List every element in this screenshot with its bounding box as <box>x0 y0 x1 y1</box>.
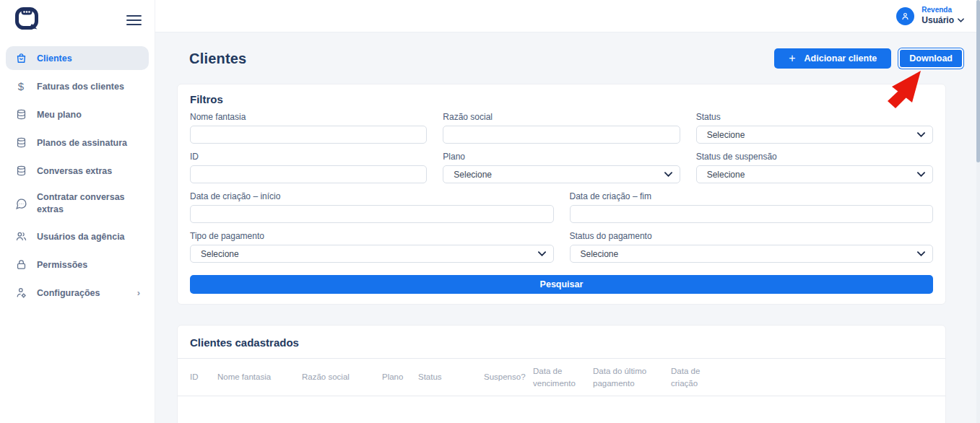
chat-bubble-icon <box>14 197 27 210</box>
sidebar-item-contratar-conversas-extras[interactable]: Contratar conversas extras <box>6 187 149 220</box>
bag-icon <box>14 52 27 65</box>
clients-table-card: Clientes cadastrados ID Nome fantasia Ra… <box>177 325 946 423</box>
chevron-down-icon <box>664 172 672 177</box>
filter-field-status-suspensao: Status de suspensão Selecione <box>696 152 933 183</box>
id-input[interactable] <box>190 165 427 183</box>
razao-social-input[interactable] <box>443 126 680 144</box>
status-select[interactable]: Selecione <box>696 126 933 144</box>
chevron-down-icon <box>917 172 925 177</box>
chevron-down-icon <box>538 251 546 256</box>
sidebar-item-meu-plano[interactable]: Meu plano <box>6 103 149 126</box>
scrollbar-thumb[interactable] <box>976 0 980 162</box>
filter-field-status-pagamento: Status do pagamento Selecione <box>570 231 934 263</box>
filter-field-nome-fantasia: Nome fantasia <box>190 112 427 144</box>
select-value: Selecione <box>454 170 492 180</box>
sidebar-item-label: Usuários da agência <box>37 232 140 242</box>
main-area: Revenda Usuário Clientes + Adicionar cli… <box>155 0 980 423</box>
select-value: Selecione <box>201 249 239 259</box>
add-client-button[interactable]: + Adicionar cliente <box>774 48 891 69</box>
field-label: Tipo de pagamento <box>190 231 554 241</box>
lock-icon <box>14 258 27 271</box>
users-icon <box>14 230 27 243</box>
user-avatar <box>896 7 914 25</box>
topbar: Revenda Usuário <box>155 0 980 32</box>
page-header: Clientes + Adicionar cliente Download <box>189 48 963 69</box>
chevron-right-icon: › <box>137 287 140 298</box>
user-menu[interactable]: Revenda Usuário <box>896 6 964 26</box>
page-title: Clientes <box>189 51 246 67</box>
sidebar-item-planos-de-assinatura[interactable]: Planos de assinatura <box>6 131 149 154</box>
chevron-down-icon <box>958 18 964 22</box>
sidebar-nav: Clientes $ Faturas dos clientes Meu plan… <box>0 38 155 309</box>
field-label: Razão social <box>443 112 680 122</box>
field-label: Nome fantasia <box>190 112 427 122</box>
select-value: Selecione <box>581 249 619 259</box>
nome-fantasia-input[interactable] <box>190 126 427 144</box>
column-header-suspenso: Suspenso? <box>484 371 533 383</box>
column-header-data-vencimento: Data de vencimento <box>533 365 593 389</box>
field-label: ID <box>190 152 427 162</box>
sidebar-item-clientes[interactable]: Clientes <box>6 46 149 70</box>
sidebar-item-label: Permissões <box>37 260 140 270</box>
filter-field-status: Status Selecione <box>696 112 933 144</box>
menu-hamburger-icon[interactable] <box>126 12 142 28</box>
data-criacao-inicio-input[interactable] <box>190 205 554 223</box>
table-header-row: ID Nome fantasia Razão social Plano Stat… <box>178 358 945 396</box>
field-label: Status de suspensão <box>696 152 933 162</box>
filters-title: Filtros <box>190 93 933 105</box>
filter-field-id: ID <box>190 152 427 183</box>
chevron-down-icon <box>917 251 925 256</box>
sidebar-item-configuracoes[interactable]: Configurações › <box>6 281 149 305</box>
filter-field-data-criacao-inicio: Data de criação – início <box>190 191 554 223</box>
filter-field-razao-social: Razão social <box>443 112 680 144</box>
field-label: Status do pagamento <box>570 231 934 241</box>
dollar-icon: $ <box>14 80 27 93</box>
select-value: Selecione <box>707 130 745 140</box>
sidebar-item-permissoes[interactable]: Permissões <box>6 253 149 276</box>
plus-icon: + <box>789 53 795 64</box>
add-client-label: Adicionar cliente <box>805 53 877 64</box>
field-label: Data de criação – fim <box>570 191 934 201</box>
sidebar-item-label: Faturas dos clientes <box>37 82 140 92</box>
column-header-plano: Plano <box>382 371 418 383</box>
sidebar-item-usuarios-da-agencia[interactable]: Usuários da agência <box>6 224 149 248</box>
vertical-scrollbar[interactable] <box>976 0 980 423</box>
sidebar-item-label: Conversas extras <box>37 166 140 176</box>
filters-card: Filtros Nome fantasia Razão social Statu… <box>177 84 946 305</box>
user-name-label: Usuário <box>922 15 954 26</box>
sidebar-item-label: Configurações <box>37 288 128 298</box>
search-button[interactable]: Pesquisar <box>190 275 933 294</box>
sidebar-item-label: Planos de assinatura <box>37 138 140 148</box>
sidebar: Clientes $ Faturas dos clientes Meu plan… <box>0 0 155 423</box>
sidebar-header <box>0 3 155 38</box>
sidebar-item-faturas-dos-clientes[interactable]: $ Faturas dos clientes <box>6 74 149 98</box>
status-pagamento-select[interactable]: Selecione <box>570 245 934 263</box>
filter-field-plano: Plano Selecione <box>443 152 680 183</box>
select-value: Selecione <box>707 170 745 180</box>
plano-select[interactable]: Selecione <box>443 165 680 183</box>
column-header-data-ultimo-pagamento: Data do último pagamento <box>593 365 671 389</box>
download-button[interactable]: Download <box>898 48 963 69</box>
column-header-status: Status <box>418 371 484 383</box>
chevron-down-icon <box>917 132 925 137</box>
sidebar-item-conversas-extras[interactable]: Conversas extras <box>6 159 149 183</box>
filter-field-data-criacao-fim: Data de criação – fim <box>570 191 934 223</box>
coins-icon <box>14 136 27 149</box>
user-gear-icon <box>14 287 27 300</box>
sidebar-item-label: Clientes <box>37 53 140 64</box>
sidebar-item-label: Meu plano <box>37 110 140 120</box>
data-criacao-fim-input[interactable] <box>570 205 934 223</box>
column-header-data-criacao: Data de criação <box>671 365 714 389</box>
column-header-razao-social: Razão social <box>302 371 382 383</box>
filter-field-tipo-pagamento: Tipo de pagamento Selecione <box>190 231 554 263</box>
clients-table-title: Clientes cadastrados <box>178 326 945 358</box>
sidebar-item-label: Contratar conversas extras <box>37 191 140 216</box>
status-suspensao-select[interactable]: Selecione <box>696 165 933 183</box>
coins-icon <box>14 108 27 121</box>
column-header-nome-fantasia: Nome fantasia <box>217 371 302 383</box>
column-header-id: ID <box>190 371 217 383</box>
tipo-pagamento-select[interactable]: Selecione <box>190 245 554 263</box>
field-label: Plano <box>443 152 680 162</box>
coins-icon <box>14 165 27 178</box>
account-type-label: Revenda <box>922 6 964 15</box>
